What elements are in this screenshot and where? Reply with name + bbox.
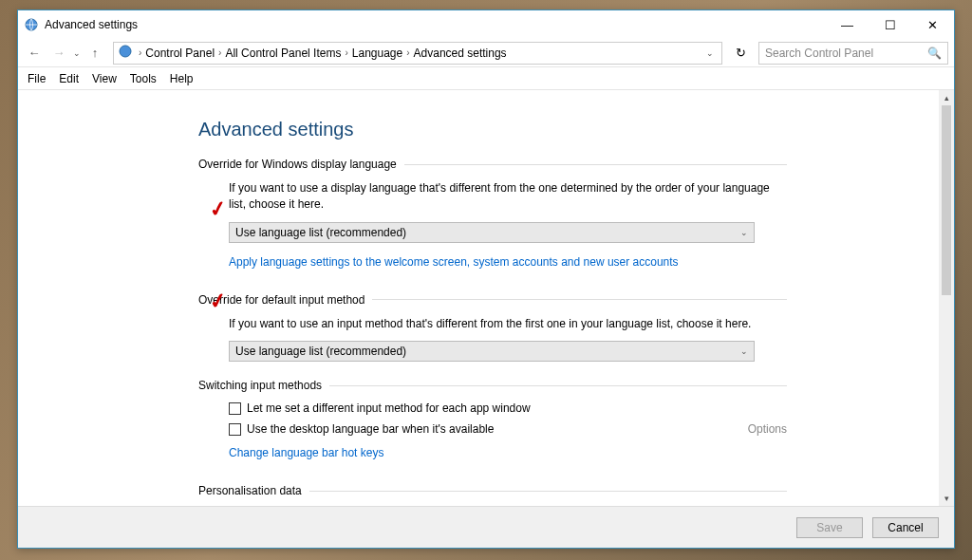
breadcrumb-dropdown[interactable]: ⌄ [702,48,718,58]
chevron-right-icon: › [216,47,223,58]
search-placeholder: Search Control Panel [765,47,927,60]
menu-tools[interactable]: Tools [124,70,162,87]
section-title: Override for default input method [198,293,372,307]
checkbox-label: Use the desktop language bar when it's a… [247,422,494,436]
nav-back-button[interactable]: ← [24,43,45,64]
chevron-down-icon: ⌄ [740,346,748,356]
section-switching: Switching input methods Let me set a dif… [198,379,787,467]
footer: Save Cancel [18,506,954,548]
nav-forward-button[interactable]: → [48,43,69,64]
maximize-button[interactable]: ☐ [869,10,911,39]
scroll-thumb[interactable] [942,105,951,295]
display-language-dropdown[interactable]: Use language list (recommended) ⌄ [229,222,755,243]
section-input-method: Override for default input method If you… [198,293,787,363]
app-icon [24,17,39,32]
breadcrumb-segment[interactable]: Control Panel [143,47,216,60]
menu-file[interactable]: File [22,70,51,87]
dropdown-value: Use language list (recommended) [235,345,740,358]
input-method-dropdown[interactable]: Use language list (recommended) ⌄ [229,341,755,362]
page-title: Advanced settings [198,119,787,140]
content-area: ✓ ✓ Advanced settings Override for Windo… [18,90,954,506]
hotkeys-link[interactable]: Change language bar hot keys [229,446,383,459]
chevron-right-icon: › [404,47,411,58]
chevron-down-icon: ⌄ [740,228,748,237]
minimize-button[interactable]: — [826,10,869,39]
section-title: Switching input methods [198,379,329,392]
breadcrumb-segment[interactable]: Language [350,47,404,60]
refresh-button[interactable]: ↻ [730,46,751,60]
section-description: If you want to use an input method that'… [229,316,787,332]
svg-point-1 [120,46,131,57]
section-description: If you want to use a display language th… [229,180,787,213]
window-title: Advanced settings [45,18,826,31]
section-title: Override for Windows display language [198,158,404,171]
nav-up-button[interactable]: ↑ [84,43,105,64]
section-title: Personalisation data [198,484,309,497]
breadcrumb-icon [118,44,133,62]
titlebar: Advanced settings — ☐ ✕ [18,10,954,39]
menu-edit[interactable]: Edit [53,70,84,87]
breadcrumb-segment[interactable]: Advanced settings [412,47,509,60]
menu-help[interactable]: Help [164,70,199,87]
breadcrumb-segment[interactable]: All Control Panel Items [223,47,343,60]
nav-history-dropdown[interactable]: ⌄ [73,48,81,58]
section-display-language: Override for Windows display language If… [198,158,787,276]
checkbox-label: Let me set a different input method for … [247,401,531,415]
close-button[interactable]: ✕ [911,10,954,39]
apply-welcome-link[interactable]: Apply language settings to the welcome s… [229,255,679,269]
checkbox-icon [229,402,241,415]
search-input[interactable]: Search Control Panel 🔍 [758,42,948,65]
scroll-up-icon[interactable]: ▴ [939,90,954,105]
window: Advanced settings — ☐ ✕ ← → ⌄ ↑ › Contro… [17,9,955,549]
page: Advanced settings Override for Windows d… [198,119,787,506]
navbar: ← → ⌄ ↑ › Control Panel › All Control Pa… [18,39,954,67]
menubar: File Edit View Tools Help [18,67,954,90]
checkbox-per-app[interactable]: Let me set a different input method for … [229,401,787,415]
breadcrumb-bar[interactable]: › Control Panel › All Control Panel Item… [113,42,722,65]
cancel-button[interactable]: Cancel [872,517,939,538]
content-scroll: ✓ ✓ Advanced settings Override for Windo… [18,90,939,506]
checkbox-icon [229,423,241,436]
search-icon: 🔍 [927,47,942,60]
scrollbar[interactable]: ▴ ▾ [939,90,954,506]
menu-view[interactable]: View [86,70,122,87]
chevron-right-icon: › [343,47,349,58]
save-button[interactable]: Save [796,517,863,538]
options-link[interactable]: Options [494,422,787,436]
chevron-right-icon: › [137,47,143,58]
window-controls: — ☐ ✕ [826,10,954,39]
section-personalisation: Personalisation data This data is only u… [198,484,787,506]
scroll-down-icon[interactable]: ▾ [939,491,954,506]
dropdown-value: Use language list (recommended) [235,226,740,239]
checkbox-desktop-langbar[interactable]: Use the desktop language bar when it's a… [229,422,787,436]
